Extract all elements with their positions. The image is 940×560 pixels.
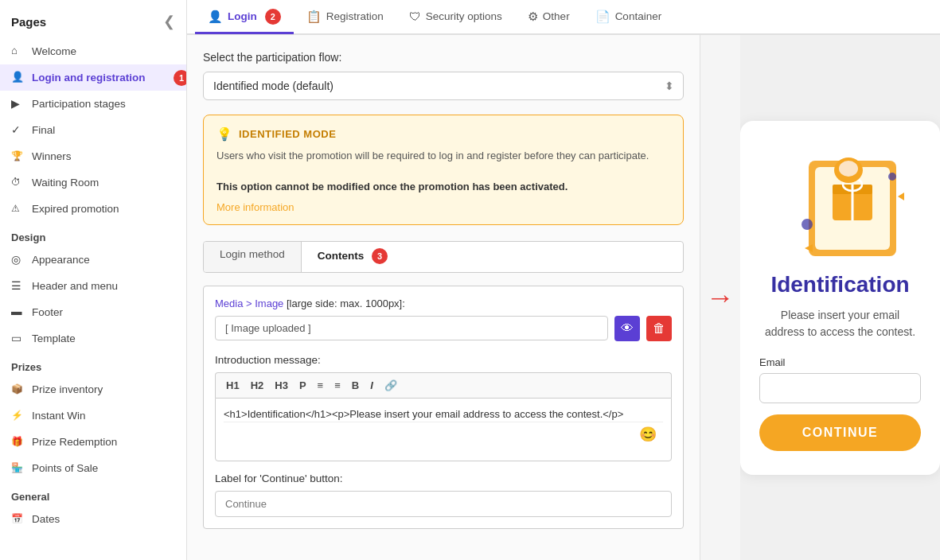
sidebar-item-dates[interactable]: Dates xyxy=(0,506,186,532)
toolbar-h1[interactable]: H1 xyxy=(222,378,244,393)
sub-tab-bar: Login method Contents 3 xyxy=(203,241,684,273)
sidebar-item-label: Appearance xyxy=(32,254,90,266)
info-box-bold-text: This option cannot be modified once the … xyxy=(216,181,568,192)
winners-icon xyxy=(11,150,25,163)
sidebar-item-label: Expired promotion xyxy=(32,203,119,215)
sidebar-item-label: Participation stages xyxy=(32,98,126,110)
waiting-icon xyxy=(11,176,25,189)
participation-flow-select-wrap: Identified mode (default) Anonymous mode… xyxy=(203,72,684,100)
sidebar-item-label: Winners xyxy=(32,150,72,162)
intro-label: Introduction message: xyxy=(215,354,672,366)
home-icon xyxy=(11,45,25,58)
prizes-section-label: Prizes xyxy=(0,352,186,376)
sidebar-item-welcome[interactable]: Welcome xyxy=(0,38,186,64)
sidebar-item-appearance[interactable]: Appearance xyxy=(0,247,186,273)
toolbar-bold[interactable]: B xyxy=(348,378,363,393)
sidebar-item-footer[interactable]: Footer xyxy=(0,299,186,325)
sub-tab-login-method[interactable]: Login method xyxy=(204,242,302,272)
editor-toolbar: H1 H2 H3 P ≡ ≡ B I 🔗 xyxy=(215,372,672,398)
sidebar-item-label: Prize inventory xyxy=(32,383,103,395)
sidebar-item-points-of-sale[interactable]: Points of Sale xyxy=(0,455,186,481)
sidebar-item-prize-redemption[interactable]: Prize Redemption xyxy=(0,429,186,455)
emoji-row: 😊 xyxy=(224,422,663,446)
dates-icon xyxy=(11,512,25,526)
tab-login[interactable]: 👤 Login 2 xyxy=(195,1,294,34)
sidebar-item-participation-stages[interactable]: Participation stages xyxy=(0,91,186,117)
toolbar-ol[interactable]: ≡ xyxy=(314,378,328,393)
sidebar-item-final[interactable]: Final xyxy=(0,117,186,143)
security-tab-icon: 🛡 xyxy=(409,10,421,23)
toolbar-italic[interactable]: I xyxy=(366,378,377,393)
content-area: Select the participation flow: Identifie… xyxy=(187,35,940,560)
info-box-text: Users who visit the promotion will be re… xyxy=(216,148,670,195)
tab-security-label: Security options xyxy=(426,10,502,22)
continue-label: Label for 'Continue' button: xyxy=(215,472,672,484)
sidebar-item-label: Login and registration xyxy=(32,72,146,84)
sub-tab-contents[interactable]: Contents 3 xyxy=(302,242,404,272)
emoji-button[interactable]: 😊 xyxy=(639,426,657,443)
view-image-button[interactable]: 👁 xyxy=(614,316,640,341)
sidebar-item-winners[interactable]: Winners xyxy=(0,143,186,169)
delete-image-button[interactable]: 🗑 xyxy=(646,316,672,341)
more-information-link[interactable]: More information xyxy=(216,201,670,213)
tab-security-options[interactable]: 🛡 Security options xyxy=(396,1,515,34)
toolbar-link[interactable]: 🔗 xyxy=(380,378,401,393)
toolbar-h2[interactable]: H2 xyxy=(247,378,268,393)
sidebar-item-label: Welcome xyxy=(32,45,76,57)
sidebar-item-header-menu[interactable]: Header and menu xyxy=(0,273,186,299)
participation-flow-select[interactable]: Identified mode (default) Anonymous mode… xyxy=(203,72,684,100)
registration-tab-icon: 📋 xyxy=(306,10,322,24)
toolbar-ul[interactable]: ≡ xyxy=(330,378,345,393)
sidebar-item-label: Prize Redemption xyxy=(32,436,117,448)
user-icon xyxy=(11,71,25,84)
sidebar-item-label: Waiting Room xyxy=(32,177,99,189)
preview-illustration xyxy=(769,145,912,272)
final-icon xyxy=(11,123,25,137)
expired-icon xyxy=(11,202,25,216)
sidebar-badge-1: 1 xyxy=(174,70,187,86)
login-tab-icon: 👤 xyxy=(208,10,223,24)
sidebar-item-label: Final xyxy=(32,124,55,136)
design-section-label: Design xyxy=(0,222,186,247)
sidebar-item-login-registration[interactable]: Login and registration 1 xyxy=(0,64,186,91)
sidebar-item-instant-win[interactable]: Instant Win xyxy=(0,402,186,429)
template-icon xyxy=(11,332,25,345)
sidebar-item-template[interactable]: Template xyxy=(0,325,186,352)
preview-card: Identification Please insert your email … xyxy=(740,121,940,475)
sidebar-item-label: Instant Win xyxy=(32,410,86,422)
preview-email-input[interactable] xyxy=(759,373,921,403)
info-box-title: IDENTIFIED MODE xyxy=(239,128,336,140)
tab-login-label: Login xyxy=(228,10,257,22)
upload-row: [ Image uploaded ] 👁 🗑 xyxy=(215,316,672,341)
menu-icon xyxy=(11,279,25,293)
sidebar-item-waiting-room[interactable]: Waiting Room xyxy=(0,169,186,196)
sidebar-item-label: Header and menu xyxy=(32,280,118,292)
toolbar-h3[interactable]: H3 xyxy=(271,378,292,393)
stages-icon xyxy=(11,97,25,111)
tab-container[interactable]: 📄 Container xyxy=(583,1,675,34)
image-uploaded-label: [ Image uploaded ] xyxy=(215,316,608,340)
svg-marker-11 xyxy=(898,192,904,200)
main-area: 👤 Login 2 📋 Registration 🛡 Security opti… xyxy=(187,0,940,560)
sidebar-item-prize-inventory[interactable]: Prize inventory xyxy=(0,376,186,402)
tab-other[interactable]: ⚙ Other xyxy=(515,1,583,34)
sidebar-header: Pages ❮ xyxy=(0,0,186,38)
sidebar-title: Pages xyxy=(11,15,46,29)
tab-registration-label: Registration xyxy=(326,10,384,22)
pos-icon xyxy=(11,461,25,475)
sidebar-item-label: Points of Sale xyxy=(32,462,98,474)
tab-bar: 👤 Login 2 📋 Registration 🛡 Security opti… xyxy=(187,0,940,35)
sidebar-collapse-button[interactable]: ❮ xyxy=(163,13,175,30)
tab-container-label: Container xyxy=(615,10,662,22)
info-box: 💡 IDENTIFIED MODE Users who visit the pr… xyxy=(203,115,684,225)
preview-continue-button[interactable]: CONTINUE xyxy=(759,414,921,451)
tab-registration[interactable]: 📋 Registration xyxy=(294,1,396,34)
sidebar-item-label: Template xyxy=(32,332,76,344)
info-box-header: 💡 IDENTIFIED MODE xyxy=(216,126,670,142)
toolbar-p[interactable]: P xyxy=(295,378,310,393)
editor-area[interactable]: <h1>Identification</h1><p>Please insert … xyxy=(215,398,672,461)
general-section-label: General xyxy=(0,481,186,506)
sidebar-item-expired-promotion[interactable]: Expired promotion xyxy=(0,196,186,222)
continue-input[interactable] xyxy=(215,491,672,517)
sub-tab-badge-3: 3 xyxy=(372,248,388,264)
